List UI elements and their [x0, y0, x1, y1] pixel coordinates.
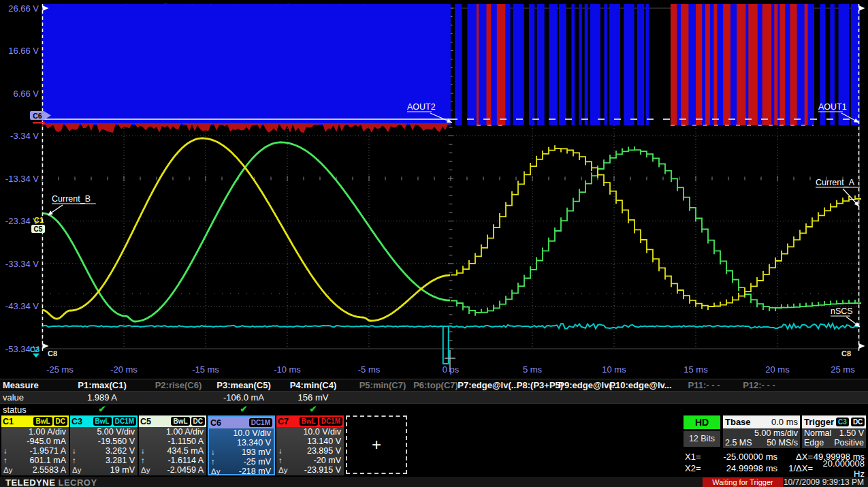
channel-name-c1: C1 [3, 417, 14, 426]
svg-text:-43.34 V: -43.34 V [5, 301, 39, 311]
measure-col-1[interactable]: P1:max(C1) [78, 380, 127, 390]
channel-row-value: -2.0459 A [167, 465, 204, 475]
timebase-offset: 0.0 ms [771, 417, 798, 427]
channel-row-value: 13.340 V [237, 438, 271, 447]
measure-status-check-1: ✔ [99, 404, 106, 414]
brand-teledyne: TELEDYNE [5, 477, 55, 487]
measure-table: Measure P1:max(C1)P2:rise(C6)P3:mean(C5)… [0, 379, 868, 415]
channel-row-value: 1.00 A/div [29, 427, 66, 437]
x1-label: X1= [685, 452, 707, 462]
brand-logo: TELEDYNE LECROY [5, 477, 97, 487]
channel-row-value: 1.00 A/div [166, 427, 204, 437]
cursor-readout: X1= -25.00000 ms ΔX= 49.99998 ms X2= 24.… [685, 451, 865, 474]
svg-text:C5: C5 [34, 225, 43, 233]
measure-status-check-4: ✔ [310, 404, 317, 414]
channel-row-value: -218 mV [239, 467, 271, 476]
channel-row-value: -1.9571 A [29, 446, 66, 456]
channel-row-value: 10.0 V/div [233, 428, 271, 438]
channel-badge-dc1m: DC1M [249, 418, 272, 427]
x2-cursor[interactable] [859, 4, 865, 351]
channel-row-value: -25 mV [244, 457, 271, 467]
channel-row-symbol: ↓ [3, 447, 14, 455]
channel-row-value: 10.0 V/div [303, 427, 341, 437]
waveform-area[interactable]: 26.66 V16.66 V6.66 V-3.34 V-13.34 V-23.3… [0, 0, 868, 379]
measure-col-6[interactable]: P6:top(C7) [413, 380, 458, 390]
measure-status-check-3: ✔ [240, 404, 248, 414]
svg-text:C8: C8 [48, 349, 57, 358]
measure-value-row: value 1.989 A-106.0 mA156 mV [0, 392, 868, 404]
annotation-current_a[interactable]: Current_A [816, 178, 860, 206]
measure-value-4: 156 mV [298, 392, 329, 403]
channel-row-value: 434.5 mA [167, 446, 204, 456]
measure-value-1: 1.989 A [87, 392, 117, 403]
channel-box-c3[interactable]: C3BwLDC1M5.00 V/div-19.560 V↓3.262 V↑3.2… [70, 415, 138, 475]
channel-row-symbol: ↑ [141, 456, 152, 465]
channel-row-value: -1.1150 A [167, 437, 204, 446]
status-caption: status [3, 405, 27, 415]
acquisition-panel: HD 12 Bits Tbase 0.0 ms 5.00 ms/div 2.5 … [684, 415, 866, 475]
trigger-slope: Positive [834, 438, 864, 447]
oscilloscope-screen: 26.66 V16.66 V6.66 V-3.34 V-13.34 V-23.3… [0, 0, 868, 487]
trigger-box[interactable]: Trigger C3 DC Normal 1.50 V Edge Positiv… [802, 415, 866, 448]
channel-row-symbol: ↓ [72, 447, 83, 455]
channel-row-value: 3.262 V [106, 446, 135, 456]
svg-text:C8: C8 [841, 349, 851, 358]
measure-caption: Measure [3, 380, 39, 390]
clock: 10/7/2009 9:39:13 PM [784, 477, 864, 487]
svg-text:-3.34 V: -3.34 V [10, 131, 39, 141]
annotation-nscs[interactable]: nSCS [831, 307, 860, 327]
measure-col-8[interactable]: P8:(P3+P5) [517, 380, 563, 390]
sample-rate: 50 MS/s [767, 438, 798, 447]
add-channel-button[interactable]: + [346, 415, 407, 474]
footer-bar: TELEDYNE LECROY Waiting for Trigger 10/7… [0, 477, 868, 487]
channel-row-value: -20 mV [314, 456, 341, 465]
svg-text:6.66 V: 6.66 V [13, 89, 39, 99]
annotation-current_b[interactable]: Current_B [48, 194, 96, 215]
trigger-source-badge: C3 [836, 418, 849, 426]
bit-depth-badge[interactable]: 12 Bits [684, 431, 720, 447]
measure-col-5[interactable]: P5:min(C7) [359, 380, 406, 390]
channel-box-c6[interactable]: C6DC1M10.0 V/div13.340 V↓193 mV↑-25 mVΔy… [208, 415, 275, 475]
channel-edge-markers[interactable]: C6C1C5C3C8C8 [30, 111, 851, 358]
channel-name-c3: C3 [71, 417, 82, 426]
measure-col-12[interactable]: P12:- - - [743, 380, 775, 390]
channel-row-value: 23.895 V [307, 446, 341, 456]
svg-text:16.66 V: 16.66 V [8, 46, 39, 56]
measure-col-2[interactable]: P2:rise(C6) [155, 380, 202, 390]
svg-text:Current_B: Current_B [52, 194, 91, 204]
channel-row-symbol: ↑ [3, 456, 14, 465]
fx-label: 1/ΔX= [777, 463, 813, 473]
svg-text:C6: C6 [33, 112, 42, 120]
channel-row-value: -19.560 V [98, 437, 135, 446]
timebase-box[interactable]: Tbase 0.0 ms 5.00 ms/div 2.5 MS 50 MS/s [723, 415, 800, 448]
hd-mode-badge[interactable]: HD [684, 415, 720, 429]
svg-text:nSCS: nSCS [831, 307, 853, 316]
channel-box-c5[interactable]: C5BwLDC1.00 A/div-1.1150 A↓434.5 mA↑-1.6… [139, 415, 206, 475]
channel-row-symbol: Δy [141, 466, 152, 474]
channel-row-value: 3.281 V [106, 456, 135, 465]
channel-box-c7[interactable]: C7BwLDC1M10.0 V/div13.140 V↓23.895 V↑-20… [276, 415, 344, 475]
measure-col-4[interactable]: P4:min(C4) [290, 380, 337, 390]
svg-text:-33.34 V: -33.34 V [5, 259, 39, 269]
timebase-title: Tbase [725, 417, 751, 427]
measure-col-10[interactable]: P10:edge@lv... [609, 380, 671, 390]
channel-box-c1[interactable]: C1BwLDC1.00 A/div-945.0 mA↓-1.9571 A↑601… [1, 415, 69, 475]
channel-badge-bwl: BwL [300, 417, 318, 426]
channel-row-symbol: ↑ [72, 456, 83, 465]
measure-col-3[interactable]: P3:mean(C5) [216, 380, 270, 390]
time-axis-labels: -25 ms-20 ms-15 ms-10 ms-5 ms0 ps5 ms10 … [46, 364, 855, 375]
svg-text:-5 ms: -5 ms [358, 364, 381, 375]
timebase-scale: 5.00 ms/div [754, 428, 798, 438]
channel-row-symbol: ↑ [278, 456, 289, 465]
measure-col-7[interactable]: P7:edge@lv(... [457, 380, 518, 390]
channel-row-value: -23.915 V [304, 465, 341, 475]
svg-text:-10 ms: -10 ms [274, 364, 301, 375]
channel-badge-bwl: BwL [33, 417, 52, 426]
measure-col-11[interactable]: P11:- - - [688, 380, 720, 390]
svg-text:C3: C3 [30, 345, 39, 354]
channel-row-value: 19 mV [110, 465, 135, 475]
channel-row-value: -945.0 mA [27, 437, 66, 446]
channel-row-value: 2.5583 A [33, 465, 66, 475]
trigger-type: Edge [804, 438, 824, 447]
trigger-title: Trigger [804, 417, 834, 427]
